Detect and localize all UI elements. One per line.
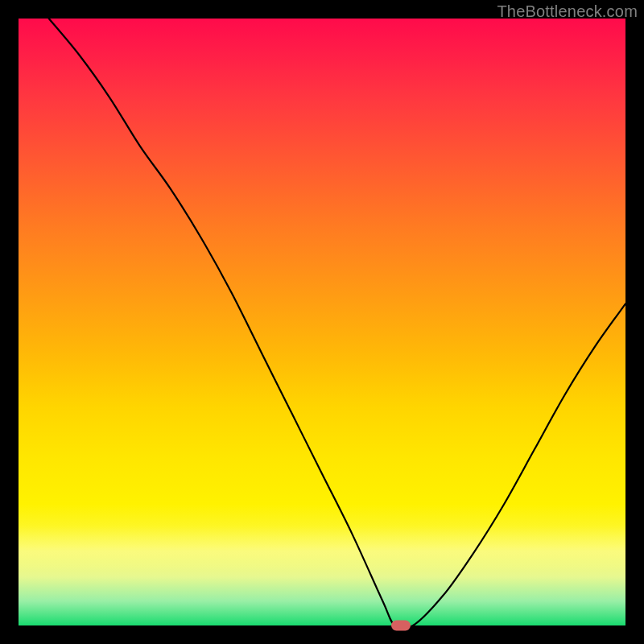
chart-frame: TheBottleneck.com: [0, 0, 644, 644]
plot-area: [19, 19, 625, 625]
bottleneck-curve: [19, 19, 625, 625]
optimal-point-marker: [391, 621, 411, 631]
